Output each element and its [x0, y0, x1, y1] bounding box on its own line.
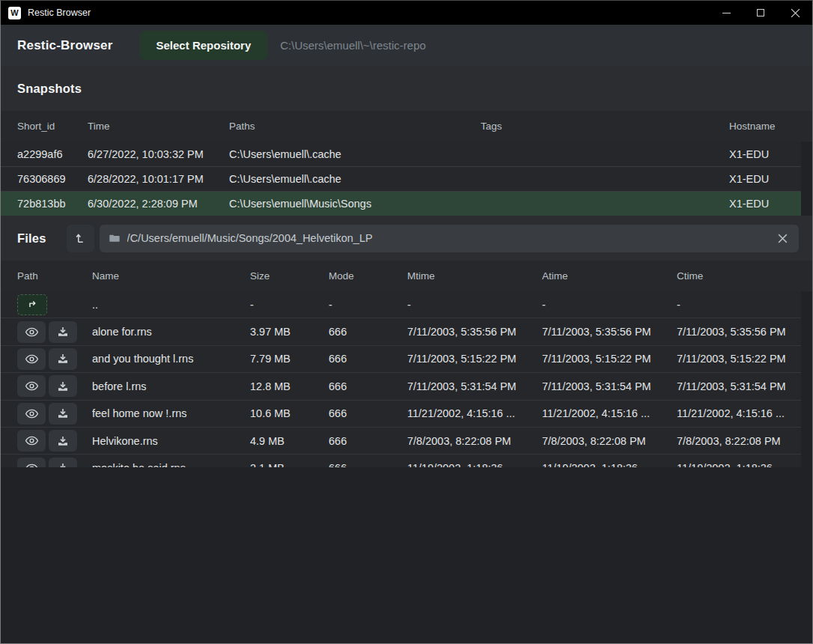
file-ctime: 11/19/2002, 1:18:36 ...	[677, 462, 801, 467]
file-atime: -	[542, 299, 677, 311]
download-icon	[57, 435, 69, 447]
column-atime: Atime	[542, 270, 677, 282]
eye-icon	[25, 379, 39, 393]
maximize-icon	[757, 9, 764, 16]
file-ctime: 7/11/2003, 5:15:22 PM	[677, 353, 801, 365]
select-repository-button[interactable]: Select Repository	[140, 31, 268, 60]
file-atime: 7/11/2003, 5:35:56 PM	[542, 326, 677, 338]
window-title: Restic Browser	[28, 7, 91, 18]
file-rows: alone for.rns 3.97 MB 666 7/11/2003, 5:3…	[1, 318, 812, 467]
snapshot-paths: C:\Users\emuell\.cache	[229, 148, 481, 160]
title-bar: W Restic Browser	[1, 1, 812, 25]
file-mtime: 11/21/2002, 4:15:16 ...	[407, 407, 542, 419]
app-header: Restic-Browser Select Repository C:\User…	[1, 25, 812, 66]
return-up-icon	[26, 298, 39, 311]
current-path-bar: /C/Users/emuell/Music/Songs/2004_Helveti…	[100, 225, 799, 252]
eye-icon	[25, 461, 39, 467]
file-atime: 7/11/2003, 5:15:22 PM	[542, 353, 677, 365]
file-mode: 666	[329, 380, 407, 392]
preview-file-button[interactable]	[17, 403, 46, 425]
file-row: alone for.rns 3.97 MB 666 7/11/2003, 5:3…	[1, 318, 801, 345]
snapshot-hostname: X1-EDU	[729, 173, 801, 185]
file-mode: 666	[329, 326, 407, 338]
restore-file-button[interactable]	[49, 458, 77, 467]
snapshot-paths: C:\Users\emuell\Music\Songs	[229, 198, 481, 210]
file-name: Helvikone.rns	[92, 435, 250, 447]
restore-file-button[interactable]	[49, 321, 77, 343]
preview-file-button[interactable]	[17, 430, 46, 452]
column-size: Size	[250, 270, 329, 282]
column-tags: Tags	[481, 121, 729, 132]
file-row: feel home now !.rns 10.6 MB 666 11/21/20…	[1, 401, 801, 428]
preview-file-button[interactable]	[17, 348, 46, 370]
download-icon	[57, 462, 69, 467]
restore-file-button[interactable]	[49, 403, 77, 425]
close-icon	[791, 8, 800, 18]
snapshots-section-header: Snapshots	[1, 66, 812, 111]
file-mtime: -	[407, 299, 542, 311]
preview-file-button[interactable]	[17, 321, 46, 343]
empty-area	[1, 467, 812, 643]
files-title: Files	[17, 231, 46, 246]
eye-icon	[25, 434, 39, 448]
files-table-header: Path Name Size Mode Mtime Atime Ctime	[1, 261, 812, 291]
snapshot-row[interactable]: a2299af6 6/27/2022, 10:03:32 PM C:\Users…	[1, 142, 801, 166]
column-name: Name	[92, 270, 250, 282]
file-mode: 666	[329, 353, 407, 365]
minimize-button[interactable]	[709, 1, 743, 25]
preview-file-button[interactable]	[17, 375, 46, 397]
go-up-button[interactable]	[17, 294, 47, 315]
clear-path-button[interactable]	[776, 231, 790, 246]
folder-icon	[109, 232, 121, 244]
file-name: moskito he said.rns	[92, 462, 250, 467]
preview-file-button[interactable]	[17, 458, 46, 467]
snapshot-hostname: X1-EDU	[729, 198, 801, 210]
restore-file-button[interactable]	[49, 375, 77, 397]
download-icon	[57, 326, 69, 338]
file-row: Helvikone.rns 4.9 MB 666 7/8/2003, 8:22:…	[1, 428, 801, 455]
file-name: feel home now !.rns	[92, 407, 250, 419]
file-size: 12.8 MB	[250, 380, 329, 392]
snapshot-short-id: 76306869	[17, 173, 88, 185]
maximize-button[interactable]	[743, 1, 778, 25]
minimize-icon	[722, 13, 731, 13]
eye-icon	[25, 352, 39, 366]
file-size: -	[250, 299, 329, 311]
snapshot-row[interactable]: 76306869 6/28/2022, 10:01:17 PM C:\Users…	[1, 166, 801, 191]
file-size: 7.79 MB	[250, 353, 329, 365]
snapshots-table-header: Short_id Time Paths Tags Hostname	[1, 111, 812, 142]
close-button[interactable]	[778, 1, 812, 25]
column-short-id: Short_id	[17, 121, 88, 132]
file-ctime: 7/11/2003, 5:31:54 PM	[677, 380, 801, 392]
snapshot-time: 6/28/2022, 10:01:17 PM	[88, 173, 229, 185]
file-atime: 11/21/2002, 4:15:16 ...	[542, 407, 677, 419]
file-mtime: 11/19/2002, 1:18:36 ...	[407, 462, 542, 467]
column-ctime: Ctime	[677, 270, 812, 282]
download-icon	[57, 407, 69, 419]
eye-icon	[25, 325, 39, 339]
file-name: ..	[92, 299, 250, 311]
column-mtime: Mtime	[407, 270, 542, 282]
restore-file-button[interactable]	[49, 430, 77, 452]
file-ctime: 11/21/2002, 4:15:16 ...	[677, 407, 801, 419]
restore-file-button[interactable]	[49, 348, 77, 370]
file-ctime: -	[677, 299, 801, 311]
snapshot-short-id: a2299af6	[17, 148, 88, 160]
snapshot-paths: C:\Users\emuell\.cache	[229, 173, 481, 185]
column-mode: Mode	[329, 270, 407, 282]
file-size: 4.9 MB	[250, 435, 329, 447]
app-window: W Restic Browser Restic-Browser Select R…	[0, 0, 813, 644]
page-title: Restic-Browser	[17, 38, 113, 53]
files-table: .. - - - - - alone for.r	[1, 291, 812, 467]
file-size: 10.6 MB	[250, 407, 329, 419]
eye-icon	[25, 407, 39, 421]
dump-uplevel-button[interactable]	[67, 225, 94, 252]
column-time: Time	[88, 121, 229, 132]
file-mode: 666	[329, 407, 407, 419]
file-size: 2.1 MB	[250, 462, 329, 467]
file-mtime: 7/11/2003, 5:31:54 PM	[407, 380, 542, 392]
file-mode: -	[329, 299, 407, 311]
file-ctime: 7/8/2003, 8:22:08 PM	[677, 435, 801, 447]
file-name: before l.rns	[92, 380, 250, 392]
snapshot-row[interactable]: 72b813bb 6/30/2022, 2:28:09 PM C:\Users\…	[1, 191, 801, 216]
